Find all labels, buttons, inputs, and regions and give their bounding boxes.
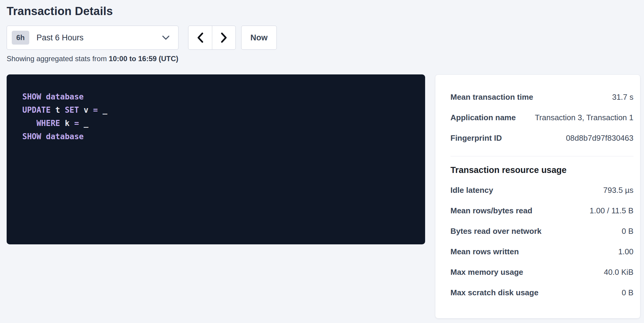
stat-label: Max memory usage	[450, 268, 529, 277]
time-range-select[interactable]: 6h Past 6 Hours	[7, 26, 178, 50]
stat-value: 0 B	[622, 227, 633, 236]
stat-value: 08d8b7d97f830463	[566, 133, 633, 143]
stat-label: Mean transaction time	[450, 93, 539, 102]
stat-value: 31.7 s	[612, 93, 633, 102]
stat-label: Fingerprint ID	[450, 133, 508, 143]
main-content: SHOW databaseUPDATE t SET v = _ WHERE k …	[7, 74, 640, 318]
time-range-badge: 6h	[12, 31, 29, 45]
transaction-details-page: Transaction Details 6h Past 6 Hours	[0, 0, 644, 318]
sql-code-line: UPDATE t SET v = _	[22, 103, 419, 117]
stat-row: Mean rows/bytes read1.00 / 11.5 B	[450, 200, 633, 221]
stat-value: 793.5 µs	[603, 186, 633, 195]
stat-value: 1.00	[618, 247, 633, 256]
stat-label: Max scratch disk usage	[450, 288, 545, 297]
transaction-details-card: Mean transaction time31.7 sApplication n…	[435, 74, 640, 318]
stat-label: Application name	[450, 113, 522, 122]
stat-row: Max memory usage40.0 KiB	[450, 262, 633, 282]
stat-label: Idle latency	[450, 186, 499, 195]
stat-row: Mean transaction time31.7 s	[450, 87, 633, 107]
chevron-down-icon	[162, 35, 170, 40]
caption-prefix: Showing aggregated stats from	[7, 55, 109, 63]
card-divider	[450, 156, 633, 156]
chevron-left-icon	[197, 32, 204, 43]
stat-row: Mean rows written1.00	[450, 241, 633, 262]
time-nav-group	[188, 26, 236, 50]
sql-statement-box: SHOW databaseUPDATE t SET v = _ WHERE k …	[7, 74, 425, 244]
sql-code-line: SHOW database	[22, 90, 419, 103]
next-time-button[interactable]	[212, 26, 235, 49]
time-range-label: Past 6 Hours	[36, 33, 162, 42]
chevron-right-icon	[221, 32, 227, 43]
time-controls: 6h Past 6 Hours	[7, 26, 640, 50]
page-title: Transaction Details	[7, 5, 640, 18]
stat-row: Idle latency793.5 µs	[450, 180, 633, 200]
stat-label: Mean rows written	[450, 247, 525, 256]
summary-stats: Mean transaction time31.7 sApplication n…	[450, 87, 633, 148]
stat-value: Transaction 3, Transaction 1	[535, 113, 633, 122]
stat-label: Bytes read over network	[450, 227, 548, 236]
caption-range: 10:00 to 16:59 (UTC)	[109, 55, 178, 63]
stat-label: Mean rows/bytes read	[450, 206, 538, 215]
stat-value: 1.00 / 11.5 B	[589, 206, 633, 215]
stat-value: 0 B	[622, 288, 633, 297]
prev-time-button[interactable]	[188, 26, 212, 49]
stat-row: Application nameTransaction 3, Transacti…	[450, 107, 633, 128]
stat-value: 40.0 KiB	[604, 268, 633, 277]
stat-row: Fingerprint ID08d8b7d97f830463	[450, 128, 633, 148]
resource-usage-heading: Transaction resource usage	[450, 160, 633, 180]
sql-code-line: SHOW database	[22, 130, 419, 143]
stat-row: Bytes read over network0 B	[450, 221, 633, 241]
sql-code-line: WHERE k = _	[22, 117, 419, 130]
resource-usage-stats: Idle latency793.5 µsMean rows/bytes read…	[450, 180, 633, 303]
now-button[interactable]: Now	[241, 26, 277, 50]
sql-statement-text: SHOW databaseUPDATE t SET v = _ WHERE k …	[22, 90, 419, 143]
aggregation-caption: Showing aggregated stats from 10:00 to 1…	[7, 55, 640, 63]
stat-row: Max scratch disk usage0 B	[450, 282, 633, 303]
